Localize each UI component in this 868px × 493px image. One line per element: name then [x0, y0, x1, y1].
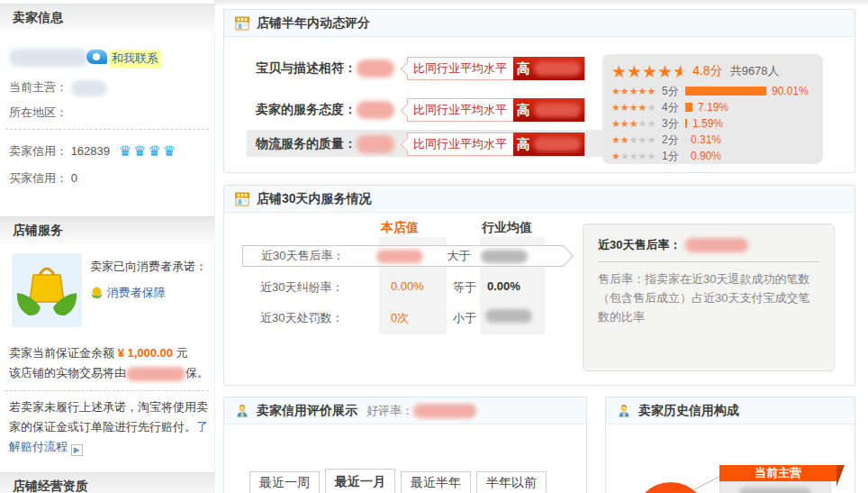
industry-value: 0.00%	[487, 279, 520, 293]
info-title-row: 近30天售后率：	[598, 236, 819, 253]
row-label: 近30天处罚数：	[260, 310, 343, 326]
higher-word: 高	[517, 60, 530, 78]
star-icons: ★★★★★	[611, 134, 662, 146]
rating-count: 共9678人	[730, 63, 780, 79]
shop-value-colhead: 本店值	[381, 220, 419, 236]
seller-info-title: 卖家信息	[13, 10, 63, 26]
percent-redacted	[534, 61, 581, 76]
compare-text: 比同行业平均水平	[408, 60, 512, 77]
service-30d-panel: 店铺30天内服务情况 本店值 行业均值 近30天售后率： 大于 近30天纠纷率：…	[223, 185, 855, 386]
sidebar: 卖家信息 和我联系 当前主营： 所在地区： 卖家信用： 162839 ♛♛♛♛ …	[0, 0, 215, 493]
deposit-paragraph: 卖家当前保证金余额 ¥ 1,000.00 元 该店铺的实物交易将由保。	[9, 343, 211, 383]
buyer-credit-value: 0	[71, 171, 77, 185]
higher-word: 高	[517, 136, 530, 153]
credit-history-title: 卖家历史信用构成	[638, 403, 739, 419]
overall-score-row: ★★★★★★ 4.8分 共9678人	[611, 60, 814, 82]
industry-value-redacted	[485, 309, 532, 323]
time-range-tabs: 最近一周 最近一月 最近半年 半年以前	[249, 471, 547, 493]
protection-badge-icon	[90, 286, 104, 299]
current-business-redacted	[71, 80, 107, 96]
shop-service-title: 店铺服务	[13, 223, 63, 239]
star-icons: ★★★★★	[611, 151, 662, 162]
star-icons: ★★★★★	[611, 102, 662, 114]
deposit-line2-prefix: 该店铺的实物交易将由	[9, 366, 126, 379]
good-rate-label: 好评率：	[366, 403, 413, 419]
person-icon	[617, 404, 631, 418]
dist-bar	[685, 103, 692, 112]
dist-label: 3分	[662, 116, 685, 132]
tab-before-half-year[interactable]: 半年以前	[476, 471, 547, 493]
dist-row-2: ★★★★★ 2分 0.31%	[611, 132, 814, 147]
higher-badge: 高	[513, 98, 584, 122]
info-description: 售后率：指卖家在近30天退款成功的笔数（包含售后成立）占近30天支付宝成交笔数的…	[598, 269, 819, 326]
compensation-text: 若卖家未履行上述承诺，淘宝将使用卖家的保证金或订单险进行先行赔付。	[9, 400, 208, 434]
dist-percent: 1.59%	[692, 117, 723, 130]
star-icons: ★★★★★	[611, 118, 662, 130]
relation: 大于	[447, 248, 470, 264]
play-icon[interactable]: ▶	[71, 444, 83, 456]
dist-percent: 90.01%	[772, 85, 809, 97]
service-30d-header: 店铺30天内服务情况	[224, 186, 854, 213]
rating-row-description: 宝贝与描述相符： 比同行业平均水平 高	[256, 56, 585, 81]
dist-bar	[685, 119, 687, 128]
deposit-prefix: 卖家当前保证金余额	[9, 346, 114, 360]
callout-value-box	[719, 481, 831, 493]
credit-history-header: 卖家历史信用构成	[606, 397, 854, 425]
current-business-row: 当前主营：	[9, 79, 107, 96]
shop-value: 0次	[391, 310, 409, 326]
seller-name-redacted	[9, 49, 88, 67]
shop-value-redacted	[376, 250, 423, 263]
percent-redacted	[534, 137, 581, 151]
dist-label: 1分	[662, 149, 685, 164]
row-arrow-icon	[554, 246, 574, 267]
dist-row-5: ★★★★★ 5分 90.01%	[611, 84, 814, 98]
tab-last-month[interactable]: 最近一月	[325, 469, 395, 493]
dynamic-rating-panel: 店铺半年内动态评分 宝贝与描述相符： 比同行业平均水平 高 卖家的服务态度：	[223, 9, 855, 173]
current-business-label: 当前主营：	[9, 80, 68, 94]
dist-bar	[685, 87, 766, 96]
compare-text: 比同行业平均水平	[408, 102, 512, 118]
contact-me-link[interactable]: 和我联系	[109, 50, 161, 68]
dynamic-rating-title: 店铺半年内动态评分	[257, 15, 370, 32]
compare-text: 比同行业平均水平	[408, 136, 512, 152]
credit-display-header: 卖家信用评价展示 好评率：	[224, 397, 586, 425]
score-redacted	[357, 135, 394, 153]
credit-display-body: 最近一周 最近一月 最近半年 半年以前	[224, 425, 586, 493]
qualification-title: 店铺经营资质	[13, 479, 88, 493]
aftersale-rate-row[interactable]: 近30天售后率： 大于	[242, 245, 564, 267]
dist-label: 5分	[662, 84, 685, 99]
rating-row-label: 物流服务的质量：	[256, 136, 357, 152]
percent-redacted	[534, 103, 581, 117]
rating-row-service: 卖家的服务态度： 比同行业平均水平 高	[256, 97, 585, 123]
deposit-unit: 元	[176, 346, 188, 360]
rating-row-label: 宝贝与描述相符：	[256, 60, 357, 77]
ribbon-fold	[836, 465, 845, 487]
buyer-credit-label: 买家信用：	[9, 171, 68, 185]
credit-display-panel: 卖家信用评价展示 好评率： 最近一周 最近一月 最近半年 半年以前	[223, 397, 587, 493]
divider	[598, 261, 819, 262]
dist-percent: 0.90%	[691, 150, 721, 162]
service-30d-body: 本店值 行业均值 近30天售后率： 大于 近30天纠纷率： 0.00% 等于 0…	[224, 213, 854, 385]
row-label: 近30天售后率：	[261, 248, 344, 264]
star-half-icon: ★★	[673, 63, 688, 80]
aftersale-info-box: 近30天售后率： 售后率：指卖家在近30天退款成功的笔数（包含售后成立）占近30…	[583, 224, 835, 371]
seller-credit-label: 卖家信用：	[9, 144, 68, 158]
rating-row-logistics: 物流服务的质量： 比同行业平均水平 高	[256, 132, 585, 157]
page: 卖家信息 和我联系 当前主营： 所在地区： 卖家信用： 162839 ♛♛♛♛ …	[0, 0, 868, 493]
consumer-protection-link[interactable]: 消费者保障	[107, 286, 166, 299]
industry-compare-callout: 比同行业平均水平 高	[407, 132, 585, 156]
relation: 小于	[453, 310, 476, 326]
relation: 等于	[453, 279, 476, 296]
tab-last-week[interactable]: 最近一周	[249, 471, 320, 493]
qualification-header: 店铺经营资质	[0, 472, 215, 493]
service-30d-title: 店铺30天内服务情况	[257, 191, 372, 207]
tab-last-half-year[interactable]: 最近半年	[401, 471, 471, 493]
seller-credit-row: 卖家信用： 162839 ♛♛♛♛	[9, 142, 177, 160]
divider	[5, 129, 209, 130]
credit-display-title: 卖家信用评价展示	[257, 403, 357, 419]
wangwang-icon[interactable]	[86, 50, 107, 64]
score-redacted	[357, 59, 394, 78]
region-row: 所在地区：	[9, 105, 68, 121]
score-redacted	[357, 101, 394, 119]
credit-history-body: 当前主营	[606, 425, 854, 493]
